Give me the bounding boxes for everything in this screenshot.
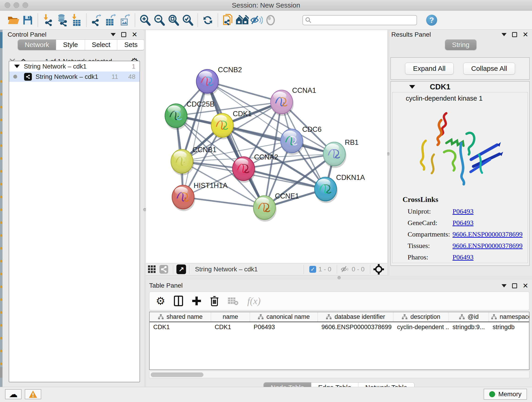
table-panel-title: Table Panel: [149, 282, 183, 289]
collapse-panel-icon[interactable]: [501, 33, 507, 36]
expand-all-button[interactable]: Expand All: [405, 63, 454, 75]
network-view-canvas[interactable]: CCNB2CCNA1CDC25BCDK1CDC6RB1CCNB1CCNA2CDK…: [146, 30, 387, 263]
refresh-layout-icon: [202, 14, 214, 26]
apply-preferred-layout-button[interactable]: [201, 13, 215, 28]
scrollbar-thumb[interactable]: [151, 372, 203, 377]
table-cell[interactable]: stringdb: [489, 322, 530, 332]
tab-network[interactable]: Network: [18, 40, 56, 50]
export-image-button[interactable]: [118, 13, 132, 28]
table-cell[interactable]: CDK1: [211, 322, 250, 332]
float-panel-icon[interactable]: [512, 283, 517, 288]
network-node-RB1[interactable]: [323, 142, 346, 168]
crosslink-link[interactable]: 9606.ENSP00000378699: [452, 230, 523, 238]
close-panel-icon[interactable]: ✕: [132, 32, 138, 37]
zoom-selected-button[interactable]: [181, 13, 195, 28]
import-table-button[interactable]: [69, 13, 83, 28]
column-header--id[interactable]: @id: [449, 312, 489, 322]
help-button[interactable]: ?: [426, 15, 437, 26]
close-panel-icon[interactable]: ✕: [523, 32, 528, 37]
search-input[interactable]: [312, 17, 412, 24]
close-panel-icon[interactable]: ✕: [523, 283, 528, 288]
collapse-all-button[interactable]: Collapse All: [463, 63, 515, 75]
import-network-file-button[interactable]: [41, 13, 55, 28]
table-row[interactable]: CDK1CDK1P064939606.ENSP00000378699cyclin…: [150, 322, 529, 332]
hide-selected-button[interactable]: [249, 13, 264, 28]
collection-expand-icon[interactable]: [14, 65, 20, 68]
left-splitter[interactable]: [144, 30, 146, 387]
crosslink-link[interactable]: P06493: [452, 219, 474, 227]
column-header-shared-name[interactable]: shared name: [150, 312, 211, 322]
crosshair-icon[interactable]: [374, 264, 384, 274]
gene-section-collapse-icon[interactable]: [409, 85, 415, 89]
column-header-description[interactable]: description: [393, 312, 449, 322]
network-overview-button[interactable]: [158, 264, 170, 274]
search-field-wrap: [302, 15, 417, 25]
edge-CCNB2-HIST1H1A[interactable]: [183, 81, 207, 197]
table-settings-gear-icon[interactable]: ⚙: [156, 296, 165, 306]
float-panel-icon[interactable]: [512, 32, 517, 37]
show-all-button[interactable]: [264, 13, 278, 28]
crosslink-link[interactable]: 9606.ENSP00000378699: [452, 242, 523, 249]
delete-column-trash-icon[interactable]: [210, 296, 219, 306]
network-node-CCNE1[interactable]: [253, 196, 277, 222]
table-cell[interactable]: cyclin-dependent ...: [393, 322, 449, 332]
table-horizontal-scrollbar[interactable]: [149, 371, 530, 378]
import-network-database-button[interactable]: [55, 13, 69, 28]
network-node-CDK1[interactable]: [211, 114, 234, 139]
crosslink-link[interactable]: P06493: [452, 207, 474, 215]
tab-style[interactable]: Style: [56, 40, 85, 50]
export-network-button[interactable]: [89, 13, 104, 28]
memory-button[interactable]: Memory: [484, 389, 527, 400]
table-cell[interactable]: stringdb:9...: [449, 322, 489, 332]
detach-view-button[interactable]: ↗: [177, 264, 186, 274]
fit-content-button[interactable]: [166, 13, 181, 28]
column-header-database-identifier[interactable]: database identifier: [318, 312, 393, 322]
cloud-status-button[interactable]: ☁: [5, 389, 22, 399]
zoom-in-button[interactable]: [138, 13, 152, 28]
main-toolbar: ?: [0, 11, 532, 30]
zoom-out-button[interactable]: [152, 13, 166, 28]
crosslink-link[interactable]: P06493: [452, 253, 474, 261]
grid-view-button[interactable]: [146, 264, 158, 274]
results-panel-controls: ✕: [501, 32, 528, 37]
export-table-button[interactable]: [104, 13, 118, 28]
tab-sets[interactable]: Sets: [117, 40, 144, 50]
crosslink-label: Compartments:: [408, 230, 452, 238]
edge-HIST1H1A-CCNE1[interactable]: [183, 197, 264, 208]
tab-string[interactable]: String: [445, 40, 476, 50]
network-node-CCNA2[interactable]: [233, 157, 256, 183]
right-splitter[interactable]: [387, 30, 389, 275]
float-panel-icon[interactable]: [121, 32, 126, 37]
first-neighbors-button[interactable]: [235, 13, 249, 28]
save-session-button[interactable]: [21, 13, 35, 28]
bottom-splitter[interactable]: [146, 275, 532, 280]
node-label-CCNA1: CCNA1: [292, 86, 316, 95]
open-session-button[interactable]: [6, 13, 21, 28]
create-column-plus-icon[interactable]: [192, 296, 201, 306]
network-node-CDC25B[interactable]: [165, 104, 188, 130]
network-node-CCNA1[interactable]: [271, 90, 294, 116]
column-header-namespace[interactable]: namespace: [489, 312, 530, 322]
collapse-panel-icon[interactable]: [111, 33, 116, 36]
network-node-HIST1H1A[interactable]: [172, 185, 195, 211]
table-cell[interactable]: P06493: [250, 322, 318, 332]
collapse-panel-icon[interactable]: [501, 284, 507, 287]
network-collection-row[interactable]: String Network – cdk1 1: [9, 61, 139, 71]
column-header-canonical-name[interactable]: canonical name: [250, 312, 318, 322]
tab-select[interactable]: Select: [85, 40, 117, 50]
selected-checkbox-icon[interactable]: ✓: [309, 266, 316, 273]
collection-count: 1: [132, 63, 135, 70]
node-label-CCNB1: CCNB1: [192, 146, 216, 154]
network-node-CDC6[interactable]: [281, 129, 304, 155]
network-node-CDKN1A[interactable]: [315, 177, 338, 203]
shared-column-icon: [258, 314, 264, 320]
network-row-selected[interactable]: String Network – cdk1 11 48: [9, 71, 139, 82]
table-toolbar: ⚙ f(x): [149, 292, 530, 310]
table-cell[interactable]: 9606.ENSP00000378699: [318, 322, 393, 332]
warnings-button[interactable]: [25, 389, 41, 399]
column-header-name[interactable]: name: [211, 312, 250, 322]
new-network-from-selection-button[interactable]: [221, 13, 235, 28]
network-node-CCNB2[interactable]: [196, 70, 220, 95]
table-cell[interactable]: CDK1: [150, 322, 211, 332]
toggle-column-panel-icon[interactable]: [174, 296, 183, 306]
